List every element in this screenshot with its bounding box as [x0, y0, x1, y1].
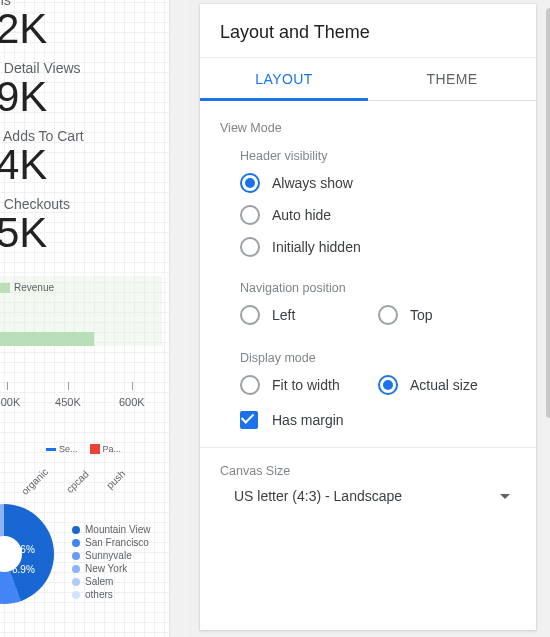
- tab-theme[interactable]: THEME: [368, 58, 536, 100]
- radio-label: Auto hide: [272, 207, 331, 223]
- legend-city-6: others: [85, 589, 113, 600]
- section-canvas-size: Canvas Size: [220, 464, 516, 478]
- legend-city-5: Salem: [85, 576, 113, 587]
- legend-city-1: Mountain View: [85, 524, 150, 535]
- checkbox-label: Has margin: [272, 412, 344, 428]
- radio-label: Always show: [272, 175, 353, 191]
- radio-actual-size[interactable]: Actual size: [378, 375, 516, 395]
- canvas-size-select[interactable]: US letter (4:3) - Landscape: [234, 488, 516, 504]
- radio-label: Fit to width: [272, 377, 340, 393]
- radio-icon: [240, 173, 260, 193]
- radio-label: Actual size: [410, 377, 478, 393]
- report-canvas: ns 2K t Detail Views 9K t Adds To Cart 4…: [0, 0, 170, 637]
- radio-auto-hide[interactable]: Auto hide: [240, 205, 516, 225]
- radio-nav-top[interactable]: Top: [378, 305, 516, 325]
- legend-city-4: New York: [85, 563, 127, 574]
- axis-tick-300: 300K: [0, 396, 20, 408]
- axis-tick-600: 600K: [119, 396, 145, 408]
- pie-legend: Mountain View San Francisco Sunnyvale Ne…: [72, 524, 150, 602]
- series-se-label: Se...: [59, 444, 78, 454]
- category-organic: organic: [19, 466, 50, 497]
- subsection-nav-position: Navigation position: [240, 281, 516, 295]
- revenue-chart[interactable]: Revenue: [0, 276, 162, 346]
- nav-position-group: Left Top: [240, 305, 516, 325]
- metric-sessions-value: 2K: [0, 8, 170, 50]
- tab-layout[interactable]: LAYOUT: [200, 58, 368, 101]
- radio-label: Top: [410, 307, 433, 323]
- layout-theme-panel: Layout and Theme LAYOUT THEME View Mode …: [200, 4, 536, 630]
- select-value: US letter (4:3) - Landscape: [234, 488, 402, 504]
- tabs: LAYOUT THEME: [200, 58, 536, 101]
- panel-scroll[interactable]: View Mode Header visibility Always show …: [200, 101, 536, 621]
- metric-cart-value: 4K: [0, 144, 170, 186]
- checkbox-icon: [240, 411, 258, 429]
- radio-icon: [240, 205, 260, 225]
- series-pa-label: Pa...: [103, 444, 122, 454]
- category-cpcad: cpcad: [64, 468, 91, 495]
- revenue-legend-label: Revenue: [14, 282, 54, 293]
- divider: [200, 447, 536, 448]
- axis-tick-450: 450K: [55, 396, 81, 408]
- radio-icon: [240, 305, 260, 325]
- radio-icon: [240, 375, 260, 395]
- display-mode-group: Fit to width Actual size: [240, 375, 516, 395]
- radio-icon: [378, 375, 398, 395]
- radio-icon: [240, 237, 260, 257]
- pie-chart[interactable]: 7.6% 6.9%: [0, 504, 54, 604]
- panel-shell: Layout and Theme LAYOUT THEME View Mode …: [188, 0, 550, 637]
- radio-icon: [378, 305, 398, 325]
- metric-detail-value: 9K: [0, 76, 170, 118]
- section-view-mode: View Mode: [220, 121, 516, 135]
- category-push: push: [104, 468, 127, 491]
- radio-label: Initially hidden: [272, 239, 361, 255]
- pie-pct-2: 6.9%: [12, 564, 35, 575]
- radio-fit-to-width[interactable]: Fit to width: [240, 375, 378, 395]
- revenue-legend: Revenue: [0, 282, 156, 293]
- radio-initially-hidden[interactable]: Initially hidden: [240, 237, 516, 257]
- axis-row: 300K 450K 600K: [0, 382, 162, 442]
- series-pa-swatch-icon: [90, 444, 100, 454]
- pie-pct-1: 7.6%: [12, 544, 35, 555]
- metric-checkouts-value: 5K: [0, 212, 170, 254]
- canvas-inner: ns 2K t Detail Views 9K t Adds To Cart 4…: [0, 0, 170, 637]
- chevron-down-icon: [500, 494, 510, 499]
- radio-label: Left: [272, 307, 295, 323]
- legend-city-3: Sunnyvale: [85, 550, 132, 561]
- subsection-display-mode: Display mode: [240, 351, 516, 365]
- legend-city-2: San Francisco: [85, 537, 149, 548]
- series-legend: Se... Pa...: [46, 444, 121, 454]
- page-scrollbar[interactable]: [546, 8, 550, 418]
- radio-always-show[interactable]: Always show: [240, 173, 516, 193]
- checkbox-has-margin[interactable]: Has margin: [240, 411, 516, 429]
- series-se-swatch-icon: [46, 448, 56, 451]
- panel-title: Layout and Theme: [200, 4, 536, 58]
- revenue-bar: [0, 332, 94, 346]
- subsection-header-visibility: Header visibility: [240, 149, 516, 163]
- radio-nav-left[interactable]: Left: [240, 305, 378, 325]
- revenue-swatch-icon: [0, 283, 10, 293]
